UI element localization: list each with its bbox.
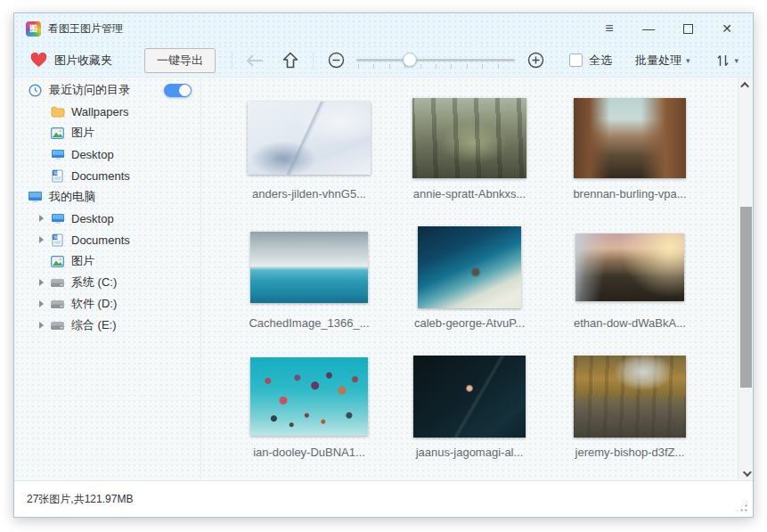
expand-arrow-icon[interactable]: [39, 279, 44, 286]
favorites-label[interactable]: 图片收藏夹: [54, 53, 112, 69]
zoom-slider[interactable]: [356, 49, 515, 72]
sidebar-item-recent-directories[interactable]: 最近访问的目录: [14, 79, 200, 101]
zoom-slider-track[interactable]: [356, 59, 515, 61]
sort-dropdown[interactable]: ▾: [716, 53, 738, 68]
image-item[interactable]: jaanus-jagomagi-al...: [407, 356, 532, 459]
expand-arrow-icon[interactable]: [39, 236, 44, 243]
clock-icon: [28, 84, 43, 97]
drive-icon: [50, 319, 65, 332]
scroll-down-button[interactable]: [738, 466, 753, 480]
sidebar-item-label: Wallpapers: [71, 105, 129, 119]
picture-icon: [50, 255, 65, 268]
sidebar-item-label: 综合 (E:): [71, 317, 117, 333]
zoom-slider-handle[interactable]: [403, 53, 417, 67]
image-item[interactable]: annie-spratt-Abnkxs...: [407, 97, 532, 201]
select-all-label[interactable]: 全选: [589, 53, 612, 69]
sidebar-item-drive-d[interactable]: 软件 (D:): [14, 293, 200, 315]
sort-icon: [716, 53, 730, 68]
recent-toggle-switch[interactable]: [164, 84, 192, 97]
status-bar: 27张图片,共121.97MB: [14, 480, 753, 517]
sidebar-item-drive-c[interactable]: 系统 (C:): [14, 272, 200, 293]
image-item[interactable]: brennan-burling-vpa...: [567, 97, 692, 201]
svg-text:W: W: [53, 233, 58, 239]
zoom-in-button[interactable]: [524, 49, 547, 72]
toolbar-right-group: 全选 批量处理 ▾ ▾: [569, 53, 738, 69]
menu-button[interactable]: ≡: [596, 18, 623, 39]
picture-icon: [50, 127, 65, 140]
image-filename: anders-jilden-vhnG5...: [247, 187, 371, 201]
thumbnail-image[interactable]: [574, 356, 686, 438]
expand-arrow-icon[interactable]: [39, 322, 44, 329]
image-item[interactable]: ian-dooley-DuBNA1...: [247, 356, 371, 459]
sidebar-item-wallpapers[interactable]: Wallpapers: [14, 101, 200, 122]
toolbar-divider-2: [313, 52, 314, 70]
image-item[interactable]: caleb-george-AtvuP...: [407, 226, 532, 330]
chevron-down-icon: [743, 468, 752, 477]
sidebar-item-my-computer[interactable]: 我的电脑: [14, 186, 200, 208]
sidebar-item-documents-computer[interactable]: W Documents: [14, 229, 200, 250]
screen: 图 看图王图片管理 ≡ — ✕ 图片收藏夹 一键导出: [0, 0, 767, 532]
sidebar-item-label: 软件 (D:): [71, 296, 117, 312]
thumbnail-image[interactable]: [412, 98, 526, 178]
toggle-knob: [179, 85, 191, 96]
back-button[interactable]: [243, 49, 266, 72]
maximize-button[interactable]: [674, 18, 701, 39]
image-item[interactable]: anders-jilden-vhnG5...: [247, 97, 371, 201]
thumbnail-grid: anders-jilden-vhnG5... annie-spratt-Abnk…: [201, 78, 738, 480]
monitor-icon: [50, 212, 65, 225]
sidebar-item-label: 最近访问的目录: [49, 82, 130, 98]
chevron-down-icon: ▾: [734, 56, 738, 65]
drive-icon: [50, 298, 65, 311]
image-grid-panel: anders-jilden-vhnG5... annie-spratt-Abnk…: [201, 78, 753, 480]
export-button[interactable]: 一键导出: [144, 48, 216, 73]
thumbnail-image[interactable]: [250, 357, 368, 436]
vertical-scrollbar[interactable]: [738, 78, 753, 480]
minimize-button[interactable]: —: [635, 18, 662, 39]
sidebar-item-pictures-computer[interactable]: 图片: [14, 250, 200, 272]
app-window: 图 看图王图片管理 ≡ — ✕ 图片收藏夹 一键导出: [13, 12, 754, 518]
image-filename: annie-spratt-Abnkxs...: [407, 187, 532, 201]
thumbnail-image[interactable]: [418, 226, 521, 308]
batch-process-dropdown[interactable]: 批量处理: [635, 53, 681, 69]
sidebar-item-label: 图片: [71, 125, 94, 141]
main-body: 最近访问的目录 Wallpapers 图片: [14, 78, 753, 480]
image-filename: jaanus-jagomagi-al...: [407, 446, 532, 459]
expand-arrow-icon[interactable]: [39, 215, 44, 222]
thumbnail-image[interactable]: [248, 102, 371, 175]
close-button[interactable]: ✕: [714, 18, 740, 39]
document-icon: W: [50, 233, 65, 247]
image-filename: CachedImage_1366_...: [247, 316, 371, 330]
sidebar-item-label: Desktop: [71, 148, 114, 161]
heart-icon[interactable]: [30, 53, 47, 68]
scrollbar-thumb[interactable]: [740, 207, 752, 388]
resize-grip[interactable]: [736, 500, 748, 512]
scroll-up-button[interactable]: [738, 78, 753, 92]
zoom-out-button[interactable]: [324, 49, 347, 72]
image-filename: jeremy-bishop-d3fZ...: [567, 446, 692, 459]
sidebar-item-label: Documents: [71, 169, 130, 183]
sidebar-item-desktop-recent[interactable]: Desktop: [14, 143, 200, 165]
sidebar-item-desktop-computer[interactable]: Desktop: [14, 208, 200, 229]
sidebar-item-drive-e[interactable]: 综合 (E:): [14, 315, 200, 336]
image-filename: ian-dooley-DuBNA1...: [247, 446, 371, 459]
image-item[interactable]: jeremy-bishop-d3fZ...: [567, 356, 692, 459]
image-item[interactable]: ethan-dow-dWaBkA...: [567, 226, 692, 330]
home-up-button[interactable]: [279, 49, 302, 72]
drive-icon: [50, 276, 65, 290]
thumbnail-image[interactable]: [575, 233, 684, 301]
thumbnail-image[interactable]: [250, 232, 368, 303]
thumbnail-image[interactable]: [574, 98, 686, 178]
svg-text:W: W: [53, 169, 58, 175]
chevron-down-icon[interactable]: ▾: [686, 56, 690, 65]
image-item[interactable]: CachedImage_1366_...: [247, 226, 371, 330]
app-title: 看图王图片管理: [48, 21, 123, 37]
sidebar-item-pictures-recent[interactable]: 图片: [14, 122, 200, 143]
thumbnail-image[interactable]: [413, 356, 526, 438]
title-bar: 图 看图王图片管理 ≡ — ✕: [14, 13, 753, 44]
window-controls: ≡ — ✕: [596, 18, 740, 39]
expand-arrow-icon[interactable]: [39, 300, 44, 307]
select-all-checkbox[interactable]: [569, 53, 583, 67]
sidebar-item-label: 系统 (C:): [71, 274, 117, 291]
sidebar-item-documents-recent[interactable]: W Documents: [14, 165, 200, 186]
sidebar-item-label: 我的电脑: [49, 189, 95, 205]
